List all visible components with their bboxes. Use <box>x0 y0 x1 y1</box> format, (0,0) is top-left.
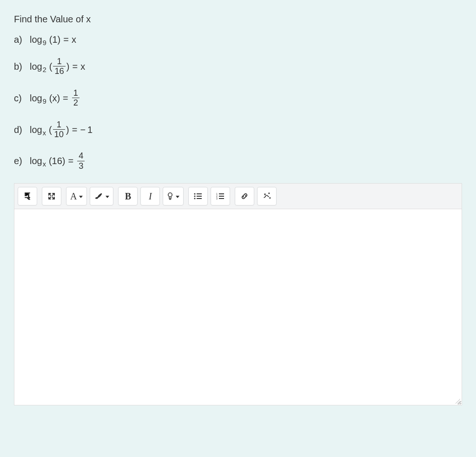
chevron-down-icon <box>79 196 83 198</box>
log-expr: log 9 (1) <box>30 35 60 44</box>
svg-rect-8 <box>219 193 224 194</box>
svg-rect-6 <box>197 198 202 199</box>
svg-text:2: 2 <box>216 195 218 198</box>
log-base: 9 <box>43 40 46 46</box>
link-icon <box>240 192 249 200</box>
log-arg: ( 1 10 ) <box>49 120 69 139</box>
toolbar-group-format: B I <box>118 187 184 205</box>
equals-sign: = <box>73 62 78 71</box>
log-expr: log 2 ( 1 16 ) <box>30 57 70 76</box>
toolbar-group-view <box>42 187 61 205</box>
svg-rect-10 <box>219 196 224 197</box>
rhs: 1 <box>87 125 93 134</box>
part-label-e: e) <box>14 156 25 166</box>
page-root: Find the Value of x a) log 9 (1) = x b) … <box>0 0 476 410</box>
equals-sign: = <box>63 93 68 103</box>
log-expr: log x (16) <box>30 156 66 166</box>
resize-handle-icon[interactable] <box>454 397 461 404</box>
log-word: log <box>30 93 42 103</box>
fullscreen-icon <box>48 192 55 200</box>
fraction: 1 10 <box>53 120 65 139</box>
editor-toolbar: A B I <box>14 183 462 209</box>
sparkle-icon <box>263 192 271 200</box>
log-word: log <box>30 156 42 166</box>
list-ol-icon: 1 2 3 <box>216 193 225 199</box>
equation-b: b) log 2 ( 1 16 ) = x <box>14 57 462 76</box>
italic-label: I <box>149 191 152 202</box>
svg-text:3: 3 <box>216 197 218 199</box>
italic-button[interactable]: I <box>140 187 160 205</box>
insert-math-button[interactable] <box>257 187 277 205</box>
log-arg: (1) <box>49 35 60 44</box>
font-family-label: A <box>70 191 77 202</box>
fullscreen-button[interactable] <box>42 187 61 205</box>
rhs: x <box>72 35 76 44</box>
svg-point-1 <box>194 193 196 195</box>
part-label-c: c) <box>14 93 25 103</box>
chevron-down-icon <box>106 196 109 198</box>
equals-sign: = <box>63 35 69 44</box>
svg-rect-12 <box>219 198 224 199</box>
log-word: log <box>30 35 42 44</box>
svg-point-0 <box>168 193 172 197</box>
question-title: Find the Value of x <box>14 14 462 25</box>
svg-line-13 <box>456 399 460 404</box>
log-arg: ( 1 16 ) <box>49 57 70 76</box>
svg-point-5 <box>194 198 196 199</box>
equals-sign: = <box>68 156 74 166</box>
log-base: 9 <box>43 98 46 105</box>
toolbar-group-lists: 1 2 3 <box>188 187 230 205</box>
question-block: Find the Value of x a) log 9 (1) = x b) … <box>14 14 462 170</box>
equation-a: a) log 9 (1) = x <box>14 35 462 44</box>
svg-point-3 <box>194 196 196 197</box>
log-expr: log x ( 1 10 ) <box>30 120 69 139</box>
log-base: 2 <box>43 66 46 73</box>
font-color-button[interactable] <box>90 187 113 205</box>
toolbar-group-insert <box>235 187 277 205</box>
rhs-fraction: 1 2 <box>72 89 79 107</box>
equation-d: d) log x ( 1 10 ) = − 1 <box>14 120 462 139</box>
log-arg: (x) <box>49 93 60 103</box>
rhs: x <box>80 62 85 71</box>
toolbar-group-paragraph <box>18 187 37 205</box>
paragraph-icon <box>24 192 31 200</box>
log-word: log <box>30 62 42 71</box>
log-base: x <box>43 161 46 167</box>
bold-label: B <box>125 191 131 202</box>
part-label-d: d) <box>14 125 25 134</box>
log-base: x <box>43 130 46 136</box>
minus-sign: − <box>80 125 86 134</box>
log-arg: (16) <box>49 156 66 166</box>
svg-line-14 <box>457 401 460 404</box>
log-expr: log 9 (x) <box>30 93 60 103</box>
log-word: log <box>30 125 42 134</box>
link-button[interactable] <box>235 187 254 205</box>
font-family-button[interactable]: A <box>66 187 87 205</box>
svg-line-15 <box>459 403 460 404</box>
highlight-button[interactable] <box>163 187 184 205</box>
bold-button[interactable]: B <box>118 187 138 205</box>
rich-text-editor: A B I <box>14 183 462 405</box>
part-label-a: a) <box>14 35 25 44</box>
paragraph-button[interactable] <box>18 187 37 205</box>
part-label-b: b) <box>14 62 25 71</box>
brush-icon <box>94 192 103 200</box>
rhs-fraction: 4 3 <box>77 152 85 170</box>
svg-text:1: 1 <box>216 193 218 195</box>
equation-c: c) log 9 (x) = 1 2 <box>14 89 462 107</box>
ordered-list-button[interactable]: 1 2 3 <box>211 187 230 205</box>
unordered-list-button[interactable] <box>188 187 208 205</box>
toolbar-group-font: A <box>66 187 113 205</box>
fraction: 1 16 <box>53 57 65 76</box>
chevron-down-icon <box>176 196 179 198</box>
lightbulb-icon <box>167 192 173 200</box>
svg-rect-2 <box>197 193 202 194</box>
list-ul-icon <box>194 193 202 199</box>
equals-sign: = <box>72 125 78 134</box>
svg-rect-4 <box>197 196 202 197</box>
editor-textarea[interactable] <box>14 209 462 405</box>
equation-e: e) log x (16) = 4 3 <box>14 152 462 170</box>
